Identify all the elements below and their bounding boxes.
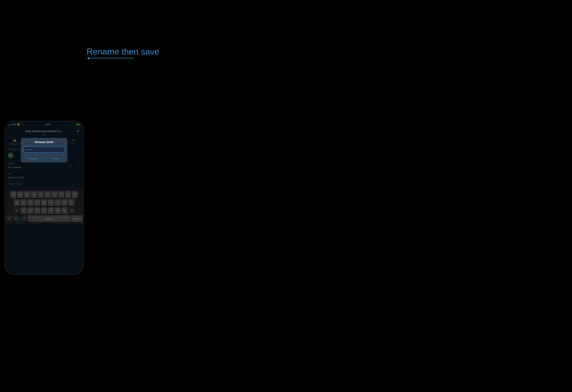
modal-title: Rename Draft: [21, 138, 67, 147]
hint-dot: [88, 57, 90, 59]
phone-shell: Fido 📶 12:21 ⚡ ‹ Daily Hazard Assessment…: [5, 121, 83, 274]
hint-panel: Rename then save: [87, 46, 203, 58]
modal-cancel-button[interactable]: Cancel: [21, 155, 44, 163]
rename-input[interactable]: [23, 147, 65, 153]
hint-line: [88, 58, 134, 58]
modal-save-button[interactable]: Save: [44, 155, 68, 163]
modal-buttons: Cancel Save: [21, 155, 67, 163]
hint-title: Rename then save: [87, 46, 203, 57]
modal-input-wrapper: [21, 147, 67, 155]
modal-overlay: Rename Draft Cancel Save: [5, 121, 83, 274]
hint-line-wrapper: [87, 58, 203, 58]
phone-screen: Fido 📶 12:21 ⚡ ‹ Daily Hazard Assessment…: [5, 121, 83, 274]
modal-dialog: Rename Draft Cancel Save: [21, 138, 67, 163]
